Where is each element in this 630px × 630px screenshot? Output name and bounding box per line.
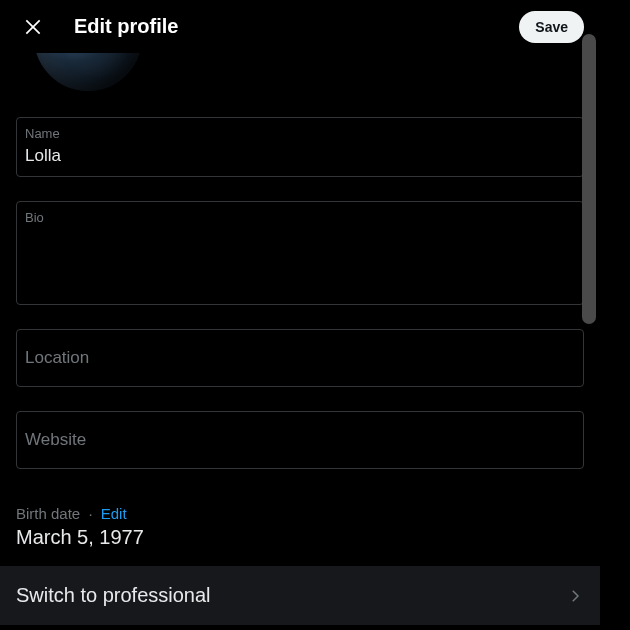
website-field-group[interactable]: Website [16, 411, 584, 469]
bio-label: Bio [25, 210, 575, 226]
avatar-container [32, 53, 144, 93]
bio-input[interactable] [25, 226, 575, 294]
save-button[interactable]: Save [519, 11, 584, 43]
location-label: Location [25, 348, 89, 367]
name-input[interactable] [25, 142, 575, 170]
close-button[interactable] [16, 10, 50, 44]
page-title: Edit profile [74, 15, 178, 38]
birth-date-section: Birth date · Edit March 5, 1977 [16, 493, 584, 566]
close-icon [23, 17, 43, 37]
modal-header: Edit profile Save [0, 0, 600, 53]
birth-date-label: Birth date [16, 505, 80, 522]
bio-field-group[interactable]: Bio [16, 201, 584, 305]
birth-separator: · [88, 505, 92, 522]
switch-to-professional-row[interactable]: Switch to professional [0, 566, 600, 625]
chevron-right-icon [566, 587, 584, 605]
content-area: Name Bio Location Website Birth date · E… [0, 53, 600, 630]
website-label: Website [25, 430, 86, 449]
location-field-group[interactable]: Location [16, 329, 584, 387]
birth-date-value: March 5, 1977 [16, 524, 584, 550]
switch-label: Switch to professional [16, 584, 211, 607]
name-label: Name [25, 126, 575, 142]
birth-date-edit-link[interactable]: Edit [101, 505, 127, 522]
name-field-group[interactable]: Name [16, 117, 584, 177]
avatar[interactable] [32, 53, 144, 93]
